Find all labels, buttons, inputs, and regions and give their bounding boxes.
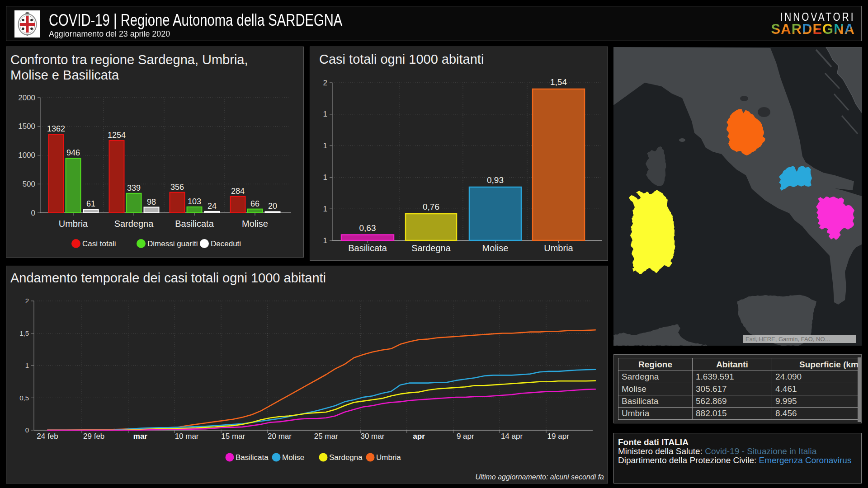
svg-text:Sardegna: Sardegna [114, 219, 154, 229]
svg-text:0: 0 [25, 426, 29, 434]
svg-text:0,76: 0,76 [423, 202, 439, 211]
svg-text:339: 339 [127, 183, 141, 192]
svg-text:66: 66 [250, 199, 259, 208]
svg-text:1: 1 [25, 361, 29, 369]
svg-text:24 feb: 24 feb [37, 432, 58, 441]
svg-text:20 mar: 20 mar [268, 432, 292, 441]
svg-text:1: 1 [323, 110, 327, 118]
svg-text:1: 1 [323, 205, 327, 213]
svg-text:Basilicata: Basilicata [236, 453, 269, 462]
svg-text:2: 2 [25, 297, 29, 305]
svg-text:0: 0 [31, 209, 35, 217]
svg-text:500: 500 [23, 180, 35, 188]
svg-text:61: 61 [86, 199, 95, 208]
svg-text:0,63: 0,63 [359, 223, 376, 233]
svg-text:0,5: 0,5 [19, 394, 29, 402]
svg-text:15 mar: 15 mar [221, 432, 245, 441]
svg-text:25 mar: 25 mar [314, 432, 338, 441]
svg-text:Molise: Molise [482, 243, 509, 253]
svg-text:Sardegna: Sardegna [329, 453, 363, 462]
svg-text:Molise: Molise [242, 219, 268, 229]
svg-text:Dimessi guariti: Dimessi guariti [147, 239, 198, 248]
svg-text:Umbria: Umbria [544, 243, 573, 253]
svg-text:20: 20 [268, 202, 277, 211]
svg-text:Ultimo aggiornamento: alcuni s: Ultimo aggiornamento: alcuni secondi fa [475, 473, 604, 481]
svg-text:mar: mar [133, 432, 148, 441]
svg-text:9 apr: 9 apr [457, 432, 474, 441]
svg-text:1500: 1500 [18, 122, 35, 131]
svg-text:284: 284 [231, 187, 245, 196]
svg-text:2: 2 [323, 79, 327, 87]
svg-text:103: 103 [188, 197, 201, 206]
svg-text:24: 24 [208, 202, 217, 211]
svg-text:Umbria: Umbria [59, 219, 88, 229]
svg-text:1,5: 1,5 [19, 329, 29, 337]
svg-text:Molise: Molise [282, 453, 304, 462]
svg-text:30 mar: 30 mar [360, 432, 384, 441]
svg-text:Casi totali: Casi totali [82, 239, 116, 248]
svg-text:14 apr: 14 apr [501, 432, 523, 441]
svg-text:0,93: 0,93 [487, 175, 504, 185]
svg-text:1: 1 [323, 173, 327, 182]
svg-text:1254: 1254 [108, 131, 126, 140]
svg-text:1362: 1362 [47, 124, 65, 133]
svg-text:10 mar: 10 mar [175, 432, 199, 441]
svg-text:Basilicata: Basilicata [348, 243, 387, 253]
svg-text:356: 356 [170, 183, 184, 192]
svg-text:Umbria: Umbria [376, 453, 401, 462]
svg-text:29 feb: 29 feb [83, 432, 104, 441]
svg-text:Sardegna: Sardegna [411, 243, 451, 253]
svg-text:98: 98 [147, 197, 156, 206]
svg-text:946: 946 [66, 148, 80, 157]
svg-text:1: 1 [323, 141, 327, 150]
svg-text:1000: 1000 [18, 151, 35, 160]
svg-text:1: 1 [323, 236, 327, 245]
svg-text:19 apr: 19 apr [547, 432, 570, 441]
svg-text:Basilicata: Basilicata [175, 219, 214, 229]
svg-text:1,54: 1,54 [550, 77, 567, 87]
svg-text:Deceduti: Deceduti [211, 239, 241, 248]
svg-text:apr: apr [413, 432, 425, 441]
svg-text:2000: 2000 [18, 94, 35, 102]
svg-text:Esri, HERE, Garmin, FAO, NO…: Esri, HERE, Garmin, FAO, NO… [745, 336, 831, 343]
